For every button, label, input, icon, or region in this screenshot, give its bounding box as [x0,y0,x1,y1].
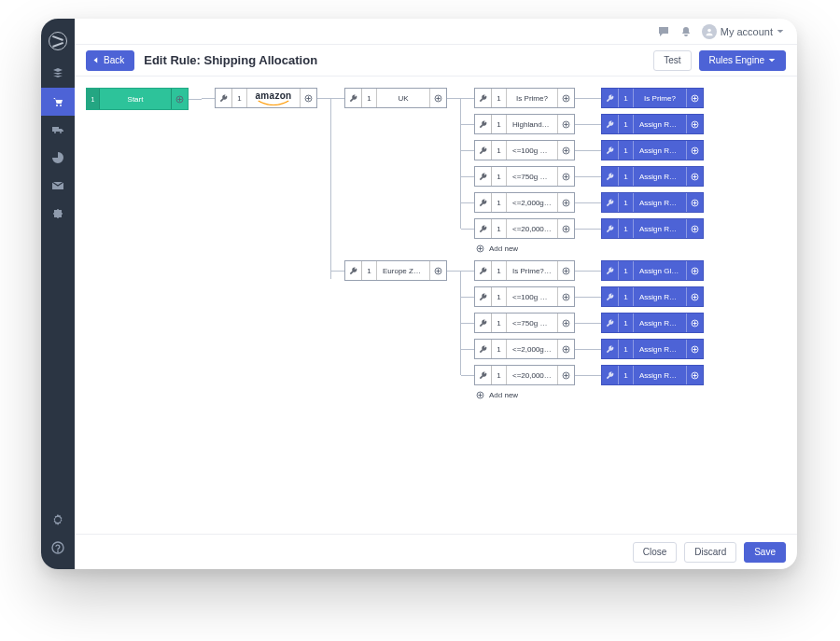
action-node[interactable]: 1 Assign RM Letter [601,140,704,160]
action-node[interactable]: 1 Assign RM Large Letter [601,166,704,187]
wrench-icon[interactable] [475,340,492,358]
region-node[interactable]: 1 UK [344,88,447,108]
wrench-icon[interactable] [475,141,492,160]
wrench-icon[interactable] [602,340,619,358]
condition-node[interactable]: 1 <=2,000g & Dimensions [474,339,575,359]
add-child-button[interactable] [686,167,703,186]
sidebar-item-overview[interactable] [41,60,75,88]
wrench-icon[interactable] [602,314,619,332]
action-node[interactable]: 1 Assign RM Small Parcel [601,339,704,359]
wrench-icon[interactable] [475,219,492,238]
condition-node[interactable]: 1 <=100g & Dimensions [474,140,575,160]
add-new-button[interactable]: Add new [476,391,704,399]
wrench-icon[interactable] [602,261,619,280]
rules-engine-dropdown[interactable]: Rules Engine [699,50,786,71]
add-child-button[interactable] [686,219,703,238]
rule-canvas[interactable]: 1 Start 1 amazon 1 UK [75,77,797,534]
wrench-icon[interactable] [602,89,619,107]
channel-node[interactable]: 1 amazon [215,88,317,108]
add-child-button[interactable] [686,287,703,306]
wrench-icon[interactable] [475,167,492,186]
sidebar-item-shipping[interactable] [41,116,75,144]
sidebar-item-orders[interactable] [41,88,75,116]
condition-node[interactable]: 1 Highlands & Islands [474,114,575,134]
wrench-icon[interactable] [475,261,492,280]
wrench-icon[interactable] [602,219,619,238]
add-child-button[interactable] [686,115,703,133]
close-button[interactable]: Close [633,542,678,563]
action-node[interactable]: 1 Is Prime? [601,88,704,108]
chat-icon[interactable] [657,25,670,38]
wrench-icon[interactable] [475,89,492,107]
wrench-icon[interactable] [602,115,619,133]
wrench-icon[interactable] [475,287,492,306]
add-child-button[interactable] [686,89,703,107]
discard-button[interactable]: Discard [684,542,736,563]
add-child-button[interactable] [557,141,574,160]
add-child-button[interactable] [686,261,703,280]
action-node[interactable]: 1 Assign Global Express [601,260,704,281]
account-menu[interactable]: My account [702,24,784,39]
start-node[interactable]: 1 Start [86,88,189,110]
add-child-button[interactable] [557,115,574,133]
action-node[interactable]: 1 Assign RM Large Letter [601,313,704,333]
wrench-icon[interactable] [345,261,362,280]
add-child-button[interactable] [686,141,703,160]
region-node[interactable]: 1 Europe Zone 1 [344,260,447,281]
add-child-button[interactable] [557,261,574,280]
wrench-icon[interactable] [602,287,619,306]
wrench-icon[interactable] [475,366,492,384]
add-child-button[interactable] [171,89,188,109]
condition-node-label: <=750g & Dimensions [507,173,557,181]
action-node[interactable]: 1 Assign RM Letter [601,286,704,307]
action-node[interactable]: 1 Assign RM Small Parcel [601,192,704,213]
save-button[interactable]: Save [744,542,786,563]
wrench-icon[interactable] [475,193,492,212]
back-button[interactable]: Back [86,50,134,71]
action-node-index: 1 [619,261,634,280]
sidebar-item-integrations[interactable] [41,200,75,228]
add-child-button[interactable] [557,219,574,238]
add-child-button[interactable] [557,366,574,384]
test-button[interactable]: Test [653,50,691,71]
condition-node[interactable]: 1 <=20,000g & Dimensions [474,365,575,385]
action-node[interactable]: 1 Assign RM Medium Parcel [601,365,704,385]
add-child-button[interactable] [429,89,446,107]
sidebar-item-messages[interactable] [41,172,75,200]
add-new-button[interactable]: Add new [476,244,704,253]
add-child-button[interactable] [686,340,703,358]
add-child-button[interactable] [686,314,703,332]
wrench-icon[interactable] [602,167,619,186]
add-child-button[interactable] [557,287,574,306]
condition-node[interactable]: 1 <=750g & Dimensions [474,313,575,333]
add-child-button[interactable] [557,193,574,212]
add-child-button[interactable] [557,340,574,358]
wrench-icon[interactable] [602,141,619,160]
bell-icon[interactable] [679,25,693,38]
add-child-button[interactable] [429,261,446,280]
add-child-button[interactable] [300,89,316,107]
wrench-icon[interactable] [216,89,232,107]
condition-node[interactable]: 1 <=20,000g & Dimensions [474,218,575,239]
sidebar-item-settings[interactable] [41,506,75,534]
sidebar-item-help[interactable] [41,534,75,562]
condition-node[interactable]: 1 <=100g & Dimensions [474,286,575,307]
wrench-icon[interactable] [475,314,492,332]
condition-node[interactable]: 1 <=2,000g & Dimensions [474,192,575,213]
sidebar-item-reports[interactable] [41,144,75,172]
add-child-button[interactable] [557,167,574,186]
condition-node[interactable]: 1 Is Prime? [474,88,575,108]
add-child-button[interactable] [557,89,574,107]
wrench-icon[interactable] [602,193,619,212]
action-node[interactable]: 1 Assign Review Shipping ... [601,114,704,134]
add-child-button[interactable] [557,314,574,332]
add-child-button[interactable] [686,193,703,212]
wrench-icon[interactable] [345,89,362,107]
wrench-icon[interactable] [602,366,619,384]
wrench-icon[interactable] [475,115,492,133]
condition-node[interactable]: 1 Is Prime? (Europe 1) [474,260,575,281]
action-node[interactable]: 1 Assign RM Medium Parcel [601,218,704,239]
add-child-button[interactable] [686,366,703,384]
condition-node[interactable]: 1 <=750g & Dimensions [474,166,575,187]
action-node-index: 1 [619,141,634,160]
